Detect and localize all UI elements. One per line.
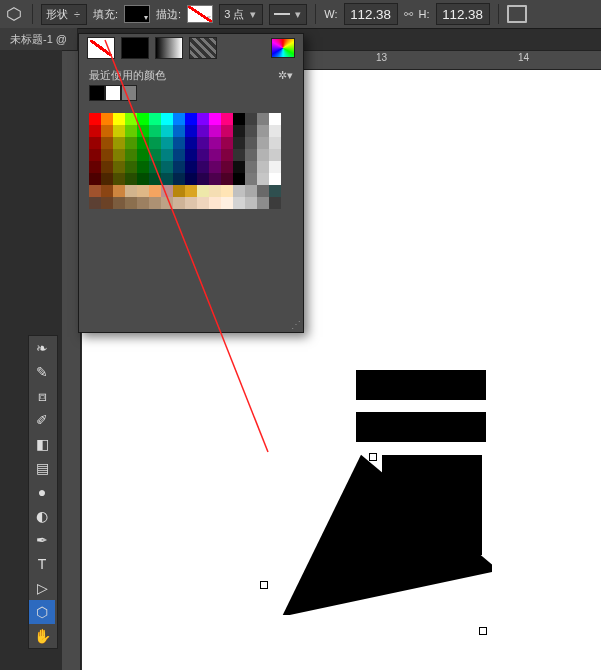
color-swatch[interactable] [197, 149, 209, 161]
color-swatch[interactable] [173, 161, 185, 173]
color-swatch[interactable] [233, 137, 245, 149]
color-swatch[interactable] [113, 197, 125, 209]
color-swatch[interactable] [173, 113, 185, 125]
gear-icon[interactable]: ✲▾ [278, 69, 293, 82]
color-swatch[interactable] [173, 149, 185, 161]
color-swatch[interactable] [161, 161, 173, 173]
color-swatch[interactable] [137, 137, 149, 149]
color-swatch[interactable] [125, 197, 137, 209]
color-swatch[interactable] [185, 197, 197, 209]
color-swatch[interactable] [245, 113, 257, 125]
color-swatch[interactable] [245, 161, 257, 173]
height-input[interactable] [436, 3, 490, 25]
recent-swatch[interactable] [121, 85, 137, 101]
color-swatch[interactable] [101, 137, 113, 149]
color-swatch[interactable] [185, 113, 197, 125]
color-swatch[interactable] [101, 197, 113, 209]
transform-handle[interactable] [479, 627, 487, 635]
color-swatch[interactable] [113, 113, 125, 125]
stroke-style-dropdown[interactable]: ▾ [269, 4, 307, 25]
color-swatch[interactable] [257, 113, 269, 125]
recent-swatch[interactable] [105, 85, 121, 101]
tool-eraser[interactable]: ◧ [29, 432, 55, 456]
document-tab[interactable]: 未标题-1 @ [0, 28, 78, 50]
transform-handle[interactable] [260, 581, 268, 589]
color-swatch[interactable] [125, 173, 137, 185]
color-swatch[interactable] [209, 149, 221, 161]
tool-hand[interactable]: ✋ [29, 624, 55, 648]
tool-history-brush[interactable]: ✐ [29, 408, 55, 432]
color-swatch[interactable] [101, 113, 113, 125]
fill-solid-button[interactable] [121, 37, 149, 59]
color-swatch[interactable] [197, 125, 209, 137]
color-swatch[interactable] [89, 149, 101, 161]
color-swatch[interactable] [149, 113, 161, 125]
color-swatch[interactable] [221, 197, 233, 209]
shape-triangle-selected[interactable] [262, 445, 492, 615]
color-swatch[interactable] [257, 197, 269, 209]
color-swatch[interactable] [149, 173, 161, 185]
color-swatch[interactable] [245, 185, 257, 197]
fill-swatch[interactable]: ▾ [124, 5, 150, 23]
shape-rect[interactable] [356, 412, 486, 442]
color-swatch[interactable] [221, 161, 233, 173]
stroke-swatch-none[interactable]: ▾ [187, 5, 213, 23]
color-swatch[interactable] [185, 149, 197, 161]
color-swatch[interactable] [113, 173, 125, 185]
color-swatch[interactable] [161, 113, 173, 125]
color-swatch[interactable] [233, 173, 245, 185]
color-swatch[interactable] [113, 125, 125, 137]
color-swatch[interactable] [221, 137, 233, 149]
color-swatch[interactable] [245, 173, 257, 185]
color-swatch[interactable] [233, 149, 245, 161]
tool-smudge[interactable]: ❧ [29, 336, 55, 360]
color-swatch[interactable] [233, 197, 245, 209]
color-swatch[interactable] [101, 161, 113, 173]
color-swatch[interactable] [209, 197, 221, 209]
color-swatch[interactable] [137, 125, 149, 137]
color-swatch[interactable] [197, 197, 209, 209]
color-swatch[interactable] [113, 161, 125, 173]
color-swatch[interactable] [257, 137, 269, 149]
color-swatch[interactable] [173, 137, 185, 149]
color-picker-icon[interactable] [271, 38, 295, 58]
color-swatch[interactable] [137, 149, 149, 161]
color-swatch[interactable] [89, 173, 101, 185]
color-swatch[interactable] [221, 149, 233, 161]
color-swatch[interactable] [197, 137, 209, 149]
color-swatch[interactable] [161, 149, 173, 161]
color-swatch[interactable] [185, 185, 197, 197]
color-swatch[interactable] [173, 173, 185, 185]
color-swatch[interactable] [233, 161, 245, 173]
color-swatch[interactable] [89, 125, 101, 137]
color-swatch[interactable] [89, 197, 101, 209]
color-swatch[interactable] [113, 137, 125, 149]
color-swatch[interactable] [161, 185, 173, 197]
color-swatch[interactable] [233, 185, 245, 197]
color-swatch[interactable] [257, 149, 269, 161]
color-swatch[interactable] [245, 197, 257, 209]
color-swatch[interactable] [209, 113, 221, 125]
mode-dropdown[interactable]: 形状 ÷ [41, 4, 87, 25]
color-swatch[interactable] [209, 173, 221, 185]
color-swatch[interactable] [233, 125, 245, 137]
stroke-weight-dropdown[interactable]: 3 点 ▾ [219, 4, 263, 25]
color-swatch[interactable] [137, 197, 149, 209]
color-swatch[interactable] [137, 185, 149, 197]
tool-shape-polygon[interactable]: ⬡ [29, 600, 55, 624]
width-input[interactable] [344, 3, 398, 25]
color-swatch[interactable] [257, 125, 269, 137]
color-swatch[interactable] [137, 113, 149, 125]
color-swatch[interactable] [197, 173, 209, 185]
color-swatch[interactable] [125, 149, 137, 161]
tool-brush[interactable]: ✎ [29, 360, 55, 384]
color-swatch[interactable] [209, 185, 221, 197]
color-swatch[interactable] [101, 125, 113, 137]
color-swatch[interactable] [125, 125, 137, 137]
color-swatch[interactable] [173, 185, 185, 197]
color-swatch[interactable] [209, 161, 221, 173]
color-swatch[interactable] [185, 161, 197, 173]
color-swatch[interactable] [149, 125, 161, 137]
color-swatch[interactable] [257, 161, 269, 173]
color-swatch[interactable] [197, 161, 209, 173]
